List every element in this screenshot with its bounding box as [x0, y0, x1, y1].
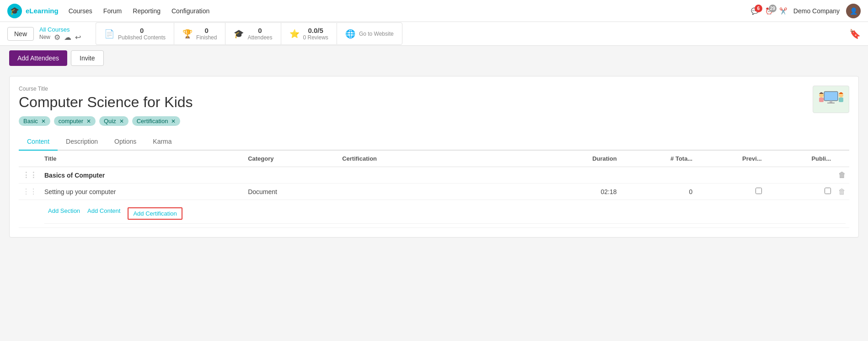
nav-reporting[interactable]: Reporting	[132, 5, 161, 16]
tab-karma[interactable]: Karma	[145, 133, 180, 151]
col-certification: Certification	[338, 151, 447, 167]
drag-handle-section[interactable]: ⋮⋮	[22, 171, 37, 179]
nav-courses[interactable]: Courses	[68, 5, 93, 16]
drag-handle-row[interactable]: ⋮⋮	[22, 188, 37, 195]
gear-icon[interactable]: ⚙	[54, 33, 60, 42]
stat-buttons: 📄 0 Published Contents 🏆 0 Finished 🎓 0 …	[96, 22, 402, 45]
col-total: # Tota...	[621, 151, 697, 167]
globe-icon: 🌐	[345, 29, 355, 39]
published-label: Published Contents	[118, 34, 166, 41]
row-category[interactable]: Document	[244, 184, 338, 200]
add-links-row: Add Section Add Content Add Certificatio…	[19, 200, 849, 228]
title-row: Course Title Computer Science for Kids B…	[19, 86, 849, 133]
add-content-link[interactable]: Add Content	[87, 207, 120, 220]
notifications-button[interactable]: 💬 6	[751, 7, 759, 15]
stat-published-contents[interactable]: 📄 0 Published Contents	[96, 22, 174, 45]
invite-button[interactable]: Invite	[71, 50, 103, 66]
action-bar: Add Attendees Invite	[0, 46, 868, 70]
course-image	[813, 86, 849, 113]
notification-badge: 6	[755, 5, 762, 12]
reviews-count: 0.0/5	[303, 27, 328, 34]
logo-icon: 🎓	[7, 4, 22, 18]
upload-icon[interactable]: ☁	[64, 33, 71, 42]
stat-finished[interactable]: 🏆 0 Finished	[174, 22, 225, 45]
new-button[interactable]: New	[7, 27, 34, 41]
settings-icon[interactable]: ✂️	[779, 7, 787, 15]
add-attendees-button[interactable]: Add Attendees	[9, 50, 67, 66]
row-duration: 02:18	[538, 184, 620, 200]
svg-rect-2	[830, 101, 832, 103]
course-title[interactable]: Computer Science for Kids	[19, 94, 193, 111]
attendees-count: 0	[247, 27, 272, 34]
star-icon: ⭐	[289, 29, 300, 39]
row-preview-checkbox[interactable]	[755, 188, 762, 194]
svg-rect-7	[839, 97, 843, 102]
tag-quiz-remove[interactable]: ✕	[119, 118, 124, 124]
section-name[interactable]: Basics of Computer	[41, 167, 766, 184]
second-bar: New All Courses New ⚙ ☁ ↩ 📄 0 Published …	[0, 22, 868, 46]
logo[interactable]: 🎓 eLearning	[7, 4, 59, 18]
breadcrumb-bottom: New ⚙ ☁ ↩	[39, 33, 81, 42]
row-certification	[338, 184, 447, 200]
stat-website[interactable]: 🌐 Go to Website	[337, 22, 402, 45]
tag-computer[interactable]: computer ✕	[54, 116, 96, 126]
nav-links: Courses Forum Reporting Configuration	[68, 5, 211, 16]
add-links: Add Section Add Content Add Certificatio…	[44, 204, 846, 224]
stat-attendees[interactable]: 🎓 0 Attendees	[225, 22, 280, 45]
breadcrumb-top[interactable]: All Courses	[39, 26, 81, 33]
col-published: Publi...	[766, 151, 835, 167]
website-label: Go to Website	[359, 31, 394, 37]
cap-icon: 🎓	[234, 29, 244, 39]
breadcrumb: All Courses New ⚙ ☁ ↩	[39, 26, 81, 42]
stat-reviews[interactable]: ⭐ 0.0/5 0 Reviews	[281, 22, 337, 45]
breadcrumb-sub: New	[39, 34, 50, 40]
tab-content[interactable]: Content	[19, 133, 58, 151]
bookmark-icon[interactable]: 🔖	[849, 28, 861, 39]
nav-configuration[interactable]: Configuration	[171, 5, 210, 16]
add-section-link[interactable]: Add Section	[48, 207, 80, 220]
finished-count: 0	[196, 27, 217, 34]
svg-rect-1	[824, 92, 838, 101]
company-name: Demo Company	[793, 7, 840, 15]
add-certification-link[interactable]: Add Certification	[128, 207, 182, 220]
main-content: Course Title Computer Science for Kids B…	[0, 70, 868, 243]
clock-badge: 29	[769, 5, 777, 12]
table-row: ⋮⋮ Setting up your computer Document 02:…	[19, 184, 849, 200]
title-area: Course Title Computer Science for Kids B…	[19, 86, 193, 133]
page-icon: 📄	[104, 29, 114, 39]
row-title[interactable]: Setting up your computer	[41, 184, 244, 200]
nav-right: 💬 6 ⏰ 29 ✂️ Demo Company 👤	[751, 4, 861, 18]
course-title-label: Course Title	[19, 86, 193, 92]
delete-section-icon[interactable]: 🗑	[838, 171, 846, 179]
content-table: Title Category Certification Duration # …	[19, 151, 849, 228]
tag-basic-remove[interactable]: ✕	[41, 118, 46, 124]
svg-rect-3	[827, 103, 835, 103]
published-count: 0	[118, 27, 166, 34]
tag-computer-remove[interactable]: ✕	[86, 118, 91, 124]
top-nav: 🎓 eLearning Courses Forum Reporting Conf…	[0, 0, 868, 22]
logo-text: eLearning	[26, 7, 59, 15]
reviews-label: 0 Reviews	[303, 34, 328, 41]
nav-forum[interactable]: Forum	[102, 5, 123, 16]
undo-icon[interactable]: ↩	[75, 33, 81, 42]
form-card: Course Title Computer Science for Kids B…	[9, 76, 859, 238]
col-title: Title	[41, 151, 244, 167]
col-preview: Previ...	[696, 151, 765, 167]
tag-quiz[interactable]: Quiz ✕	[99, 116, 129, 126]
col-category: Category	[244, 151, 338, 167]
clock-button[interactable]: ⏰ 29	[765, 7, 773, 15]
tab-description[interactable]: Description	[58, 133, 106, 151]
row-total: 0	[621, 184, 697, 200]
col-duration: Duration	[538, 151, 620, 167]
tag-certification-remove[interactable]: ✕	[171, 118, 176, 124]
row-published-checkbox[interactable]	[825, 188, 831, 194]
tag-certification[interactable]: Certification ✕	[132, 116, 181, 126]
delete-row-icon[interactable]: 🗑	[838, 188, 846, 195]
user-avatar[interactable]: 👤	[846, 4, 861, 18]
tag-basic[interactable]: Basic ✕	[19, 116, 50, 126]
table-row-section: ⋮⋮ Basics of Computer 🗑	[19, 167, 849, 184]
trophy-icon: 🏆	[182, 29, 193, 39]
tags-row: Basic ✕ computer ✕ Quiz ✕ Certification …	[19, 116, 193, 126]
attendees-label: Attendees	[247, 34, 272, 41]
tab-options[interactable]: Options	[106, 133, 145, 151]
